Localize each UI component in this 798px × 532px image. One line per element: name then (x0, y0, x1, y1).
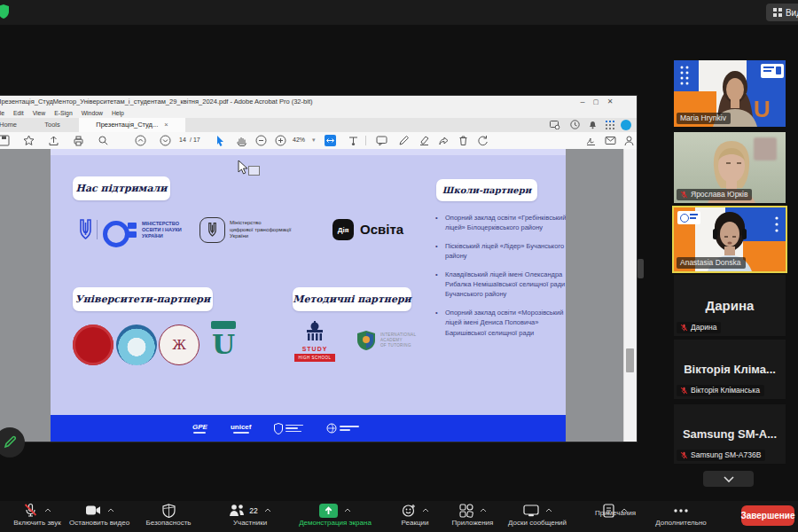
maximize-button[interactable]: ▢ (590, 97, 602, 107)
close-button[interactable]: ✕ (604, 97, 616, 107)
minimize-button[interactable]: – (576, 97, 589, 107)
acrobat-window: Презентація_СтудМентор_Університетам_і_с… (0, 96, 637, 442)
mon-bar-bottom (128, 231, 137, 238)
apps-grid-icon[interactable] (606, 121, 614, 129)
select-pointer-icon[interactable] (215, 135, 226, 146)
forward-share-icon[interactable] (438, 135, 450, 146)
account-icon[interactable] (623, 135, 635, 146)
history-icon[interactable] (570, 120, 580, 129)
presenter-tool-icon[interactable] (348, 135, 359, 146)
capitol-icon (303, 321, 326, 342)
university-logo-red (73, 325, 113, 365)
scrollbar-thumb[interactable] (626, 348, 634, 372)
menu-edit[interactable]: Edit (13, 110, 24, 116)
zoom-level[interactable]: 42% (293, 137, 305, 143)
page-total: / 17 (190, 137, 200, 143)
digital-ministry-logo (200, 217, 225, 243)
tab-home[interactable]: Home (0, 118, 30, 132)
university-logo-maroon: Ж (159, 325, 200, 365)
caret-up-icon[interactable] (480, 508, 487, 512)
video-camera-icon (85, 505, 101, 516)
tile-more-icon[interactable] (771, 211, 782, 238)
zoom-meeting-screen: Вид Презентація_СтудМентор_Університетам… (0, 0, 798, 532)
mouse-cursor (238, 160, 248, 178)
hand-tool-icon[interactable] (236, 135, 247, 146)
menu-help[interactable]: Help (112, 110, 124, 116)
muted-mic-icon (680, 451, 688, 459)
video-tile-anastasia[interactable]: Anastasia Donska (672, 206, 787, 273)
view-button[interactable]: Вид (766, 4, 798, 21)
zoom-caret[interactable]: ▾ (312, 137, 316, 144)
account-avatar[interactable] (621, 120, 631, 130)
mon-circle-logo (103, 221, 129, 247)
tab-bar: Home Tools Презентація_Студ... × (0, 118, 637, 133)
share-upload-icon[interactable] (48, 135, 59, 146)
annotate-button[interactable] (0, 427, 25, 458)
badge-methodical: Методичні партнери (293, 287, 411, 311)
zoom-out-icon[interactable] (255, 135, 267, 146)
end-meeting-button[interactable]: Завершение (741, 505, 794, 526)
vertical-scrollbar[interactable] (623, 149, 637, 442)
zoom-in-icon[interactable] (275, 135, 286, 146)
muted-mic-icon (23, 503, 38, 518)
page-up-icon[interactable] (135, 135, 146, 146)
panel-drag-handle[interactable] (638, 259, 644, 278)
iat-logo-text: INTERNATIONAL ACADEMY OF TUTORING (380, 332, 416, 348)
school-item: Пісківський ліцей «Лідер» Бучанського ра… (435, 241, 566, 262)
trash-icon[interactable] (458, 135, 469, 146)
meeting-top-bar: Вид (0, 0, 798, 25)
video-tile-viktoriia[interactable]: Вікторія Кліма... Вікторія Кліманська (674, 340, 786, 399)
tile-deco-blue-box (674, 60, 699, 91)
video-tile-yaroslava[interactable]: Ярослава Юрків (674, 132, 786, 203)
save-icon[interactable] (0, 135, 10, 146)
grid-view-icon (773, 8, 782, 17)
search-icon[interactable] (98, 135, 109, 146)
fit-width-icon[interactable] (325, 135, 336, 146)
page-down-icon[interactable] (160, 135, 171, 146)
meeting-info-shield-icon[interactable] (0, 4, 11, 20)
participants-button[interactable]: 22 Участники (201, 503, 299, 527)
pencil-icon (3, 435, 17, 450)
video-tile-samsung[interactable]: Samsung SM-A... Samsung SM-A736B (674, 404, 786, 464)
tab-close-icon[interactable]: × (164, 121, 168, 129)
participant-name-label: Anastasia Donska (677, 257, 746, 269)
bell-icon[interactable] (588, 120, 598, 129)
logo-divider (97, 220, 98, 239)
gpe-logo: GPE (192, 423, 207, 434)
print-icon[interactable] (73, 135, 84, 146)
reactions-smiley-icon (402, 504, 416, 518)
highlight-icon[interactable] (419, 135, 430, 146)
page-current[interactable]: 14 (179, 137, 186, 143)
menu-view[interactable]: View (33, 110, 46, 116)
participant-name-label: Вікторія Кліманська (677, 385, 764, 396)
tab-tools[interactable]: Tools (30, 118, 74, 132)
university-logo-teal: U (207, 321, 240, 367)
caret-up-icon[interactable] (264, 508, 271, 512)
star-icon[interactable] (23, 135, 35, 146)
rotate-icon[interactable] (477, 135, 489, 146)
partner-logo (326, 423, 359, 434)
menu-file[interactable]: File (0, 110, 4, 116)
pencil-edit-icon[interactable] (398, 135, 410, 146)
mon-logo-text: МІНІСТЕРСТВО ОСВІТИ І НАУКИ УКРАЇНИ (142, 221, 182, 239)
university-logo-green (116, 325, 157, 365)
caret-up-icon[interactable] (545, 508, 552, 512)
caret-up-icon[interactable] (344, 508, 351, 512)
menu-esign[interactable]: E-Sign (54, 110, 72, 116)
iat-shield-icon (356, 330, 376, 351)
participants-icon (229, 504, 246, 517)
caret-up-icon[interactable] (107, 508, 114, 512)
cursor-selection-box (248, 166, 260, 176)
video-tile-maria[interactable]: U Maria Hrynkiv (674, 60, 786, 127)
study-academy-badge: HIGH SCHOOL (294, 354, 335, 362)
more-button[interactable]: Дополнительно (632, 503, 730, 527)
signature-icon[interactable] (585, 135, 597, 146)
comment-icon[interactable] (376, 135, 387, 146)
collapse-participants-button[interactable] (703, 471, 754, 487)
envelope-icon[interactable] (605, 135, 616, 146)
media-share-icon[interactable] (550, 121, 560, 129)
menu-window[interactable]: Window (82, 110, 103, 116)
tab-document[interactable]: Презентація_Студ... × (79, 118, 185, 132)
video-tile-daryna[interactable]: Дарина Дарина (674, 275, 786, 336)
badge-supported: Нас підтримали (73, 176, 170, 200)
